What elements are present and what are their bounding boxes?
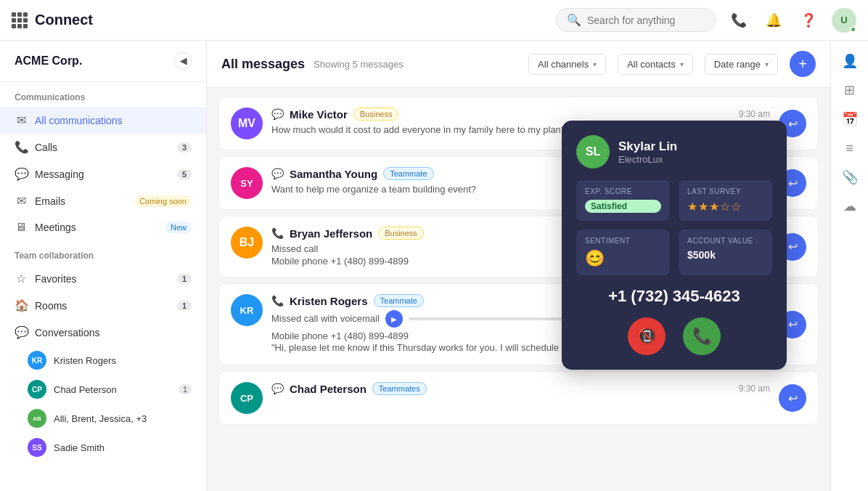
- sidebar-conv-chad[interactable]: CP Chad Peterson 1: [0, 375, 206, 404]
- cc-stars: ★★★☆☆: [687, 200, 763, 214]
- sidebar-item-conversations-header[interactable]: 💬 Conversations: [0, 319, 206, 346]
- favorites-badge: 1: [177, 274, 192, 284]
- msg-name-mike: Mike Victor: [290, 108, 348, 121]
- sidebar-collapse-btn[interactable]: ◀: [174, 52, 192, 70]
- main-subtitle: Showing 5 messages: [314, 59, 404, 70]
- sidebar-conv-group[interactable]: AB Alli, Brent, Jessica, +3: [0, 404, 206, 433]
- communications-section-label: Communications: [0, 82, 206, 107]
- message-icon-chad: 💬: [271, 383, 284, 394]
- msg-time-chad: 9:30 am: [739, 384, 770, 394]
- main-content: All messages Showing 5 messages All chan…: [207, 41, 830, 491]
- msg-name-bryan: Bryan Jefferson: [290, 227, 372, 240]
- grid-icon[interactable]: [12, 12, 28, 28]
- online-indicator: [850, 26, 856, 33]
- message-card-chad[interactable]: CP 💬 Chad Peterson Teammates 9:30 am ↩: [218, 371, 819, 425]
- sidebar-item-favorites[interactable]: ☆ Favorites 1: [0, 265, 206, 292]
- cloud-icon[interactable]: ☁: [837, 193, 863, 219]
- conv-group-label: Alli, Brent, Jessica, +3: [54, 413, 192, 424]
- call-icon-kristen: 📞: [271, 295, 284, 307]
- cc-header: SL Skylar Lin ElectroLux: [576, 135, 772, 169]
- favorites-label: Favorites: [35, 273, 170, 285]
- sidebar-item-all-communications[interactable]: ✉ All communications: [0, 107, 206, 134]
- app-title: Connect: [35, 12, 93, 28]
- rooms-icon: 🏠: [15, 299, 28, 312]
- cc-sentiment-label: SENTIMENT: [585, 237, 661, 245]
- calendar-icon[interactable]: 📅: [837, 106, 863, 132]
- play-button[interactable]: ▶: [385, 310, 403, 328]
- conversations-label: Conversations: [35, 327, 192, 338]
- cc-exp-score-label: EXP. SCORE: [585, 187, 661, 195]
- topbar-icons: 📞 🔔 ❓ U: [727, 8, 856, 33]
- conversations-icon: 💬: [15, 325, 28, 339]
- msg-body-chad: 💬 Chad Peterson Teammates 9:30 am: [271, 382, 770, 398]
- calls-label: Calls: [35, 142, 170, 153]
- add-message-button[interactable]: +: [790, 51, 816, 77]
- grid-view-icon[interactable]: ⊞: [837, 77, 863, 103]
- avatar-group: AB: [28, 409, 46, 428]
- calls-badge: 3: [177, 142, 192, 153]
- msg-badge-bryan: Business: [378, 227, 424, 240]
- avatar-samantha: SY: [231, 167, 263, 199]
- chevron-down-icon: ▾: [765, 60, 769, 68]
- bell-icon[interactable]: 🔔: [762, 9, 785, 32]
- sidebar-conv-sadie[interactable]: SS Sadie Smith: [0, 433, 206, 462]
- accept-call-button[interactable]: 📞: [683, 317, 721, 355]
- conv-kristen-label: Kristen Rogers: [54, 355, 192, 366]
- msg-badge-samantha: Teammate: [383, 167, 433, 180]
- all-comms-label: All communications: [35, 115, 192, 126]
- reply-btn-chad[interactable]: ↩: [779, 384, 806, 412]
- rooms-label: Rooms: [35, 300, 170, 312]
- cc-sentiment-value: 😊: [585, 249, 661, 268]
- list-icon[interactable]: ≡: [837, 135, 863, 161]
- conv-chad-label: Chad Peterson: [54, 384, 171, 395]
- search-box[interactable]: 🔍: [556, 8, 716, 32]
- cc-account-value-label: ACCOUNT VALUE: [687, 237, 763, 245]
- meetings-label: Meetings: [35, 222, 158, 233]
- sidebar-item-messaging[interactable]: 💬 Messaging 5: [0, 161, 206, 187]
- sidebar-item-meetings[interactable]: 🖥 Meetings New: [0, 214, 206, 240]
- sidebar-conv-kristen[interactable]: KR Kristen Rogers: [0, 346, 206, 375]
- sidebar-item-emails[interactable]: ✉ Emails Coming soon: [0, 187, 206, 214]
- search-input[interactable]: [587, 15, 705, 26]
- chevron-down-icon: ▾: [680, 60, 684, 68]
- main-header: All messages Showing 5 messages All chan…: [207, 41, 830, 88]
- sidebar-item-calls[interactable]: 📞 Calls 3: [0, 134, 206, 161]
- call-icon: 📞: [271, 227, 284, 239]
- msg-header-chad: 💬 Chad Peterson Teammates 9:30 am: [271, 382, 770, 395]
- filter-all-channels[interactable]: All channels ▾: [528, 54, 606, 75]
- team-collab-section-label: Team collaboration: [0, 240, 206, 265]
- person-icon[interactable]: 👤: [837, 48, 863, 74]
- cc-exp-score: EXP. SCORE Satisfied: [576, 180, 670, 221]
- meetings-icon: 🖥: [15, 221, 28, 234]
- cc-avatar: SL: [576, 135, 610, 169]
- avatar-sadie: SS: [28, 438, 46, 457]
- avatar-chad: CP: [28, 380, 46, 399]
- filter-all-contacts[interactable]: All contacts ▾: [618, 54, 692, 75]
- avatar-bryan: BJ: [231, 227, 263, 259]
- cc-stats: EXP. SCORE Satisfied LAST SURVEY ★★★☆☆ S…: [576, 180, 772, 275]
- clip-icon[interactable]: 📎: [837, 164, 863, 190]
- cc-sentiment: SENTIMENT 😊: [576, 230, 670, 275]
- decline-call-button[interactable]: 📵: [628, 317, 666, 355]
- user-avatar[interactable]: U: [832, 8, 856, 33]
- messaging-icon: 💬: [15, 167, 28, 181]
- calls-icon: 📞: [15, 140, 28, 154]
- msg-header-mike: 💬 Mike Victor Business 9:30 am: [271, 107, 770, 121]
- right-sidebar: 👤 ⊞ 📅 ≡ 📎 ☁: [830, 41, 868, 491]
- msg-time-mike: 9:30 am: [739, 109, 770, 119]
- cc-company: ElectroLux: [618, 154, 677, 165]
- avatar-mike: MV: [231, 107, 263, 139]
- msg-name-samantha: Samantha Young: [290, 168, 377, 180]
- cc-actions: 📵 📞: [576, 317, 772, 355]
- phone-icon[interactable]: 📞: [727, 9, 750, 32]
- help-icon[interactable]: ❓: [797, 9, 820, 32]
- sidebar-item-rooms[interactable]: 🏠 Rooms 1: [0, 292, 206, 319]
- msg-badge-kristen: Teammate: [374, 294, 424, 307]
- avatar-kristen: KR: [28, 351, 46, 370]
- layout: ACME Corp. ◀ Communications ✉ All commun…: [0, 41, 868, 491]
- vm-text: Missed call with voicemail: [271, 312, 380, 325]
- conv-chad-badge: 1: [179, 384, 192, 394]
- cc-account-value: ACCOUNT VALUE $500k: [679, 230, 772, 275]
- messaging-label: Messaging: [35, 169, 170, 180]
- filter-date-range[interactable]: Date range ▾: [705, 54, 778, 75]
